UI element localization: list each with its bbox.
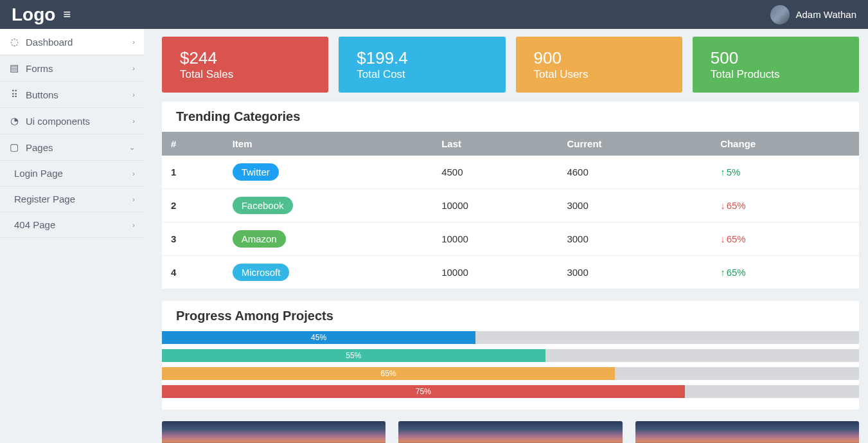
table-header: Change (713, 132, 859, 156)
menu-toggle-icon[interactable]: ≡ (63, 7, 71, 22)
row-change: ↑5% (713, 156, 859, 189)
chevron-icon: › (132, 221, 135, 229)
trending-panel: Trending Categories #ItemLastCurrentChan… (162, 102, 859, 289)
nav-icon: ▢ (9, 141, 19, 153)
row-last: 10000 (434, 222, 559, 256)
row-current: 4600 (559, 156, 713, 189)
progress-panel: Progress Among Projects 45%55%65%75% (162, 301, 859, 410)
stat-value: 900 (534, 48, 664, 68)
chevron-icon: › (132, 38, 135, 46)
chevron-icon: › (132, 195, 135, 203)
sidebar-subitem-register-page[interactable]: Register Page› (0, 186, 144, 212)
sidebar-item-label: 404 Page (14, 219, 55, 230)
row-current: 3000 (559, 256, 713, 289)
row-index: 1 (162, 156, 225, 189)
stat-cards: $244Total Sales$199.4Total Cost900Total … (162, 37, 859, 93)
item-pill[interactable]: Twitter (233, 163, 279, 181)
stat-label: Total Products (711, 68, 841, 81)
table-row: 1Twitter45004600↑5% (162, 156, 859, 189)
stat-label: Total Cost (357, 68, 487, 81)
sidebar-item-label: Pages (26, 142, 53, 153)
stat-card: 900Total Users (516, 37, 682, 93)
chevron-icon: › (132, 117, 135, 125)
stat-card: $244Total Sales (162, 37, 328, 93)
stat-label: Total Users (534, 68, 664, 81)
row-change: ↓65% (713, 189, 859, 222)
nav-icon: ▤ (9, 62, 19, 74)
arrow-up-icon: ↑ (720, 167, 725, 177)
row-current: 3000 (559, 222, 713, 256)
sidebar-item-label: Dashboard (26, 37, 73, 48)
nav-icon: ⠿ (9, 89, 19, 100)
logo[interactable]: Logo (12, 5, 55, 25)
table-header: # (162, 132, 225, 156)
sidebar-item-label: Ui components (26, 116, 90, 127)
row-item: Twitter (225, 156, 434, 189)
image-card[interactable] (635, 421, 859, 443)
row-change: ↓65% (713, 222, 859, 256)
row-index: 3 (162, 222, 225, 256)
sidebar-item-label: Register Page (14, 194, 75, 204)
stat-card: 500Total Products (693, 37, 859, 93)
row-item: Facebook (225, 189, 434, 222)
sidebar-item-label: Buttons (26, 89, 58, 100)
nav-icon: ◌ (9, 36, 19, 48)
row-change: ↑65% (713, 256, 859, 289)
row-item: Microsoft (225, 256, 434, 289)
table-header: Current (559, 132, 713, 156)
sidebar-item-forms[interactable]: ▤Forms› (0, 55, 144, 82)
chevron-icon: ⌄ (129, 143, 135, 152)
arrow-up-icon: ↑ (720, 267, 725, 278)
trending-title: Trending Categories (162, 102, 859, 132)
stat-value: $199.4 (357, 48, 487, 68)
progress-track: 65% (162, 367, 859, 380)
main-content: $244Total Sales$199.4Total Cost900Total … (144, 29, 868, 443)
row-current: 3000 (559, 189, 713, 222)
stat-value: 500 (711, 48, 841, 68)
nav-icon: ◔ (9, 115, 19, 127)
progress-title: Progress Among Projects (162, 301, 859, 331)
topbar-left: Logo ≡ (12, 5, 71, 25)
progress-bar: 65% (162, 367, 615, 380)
progress-bar: 45% (162, 331, 475, 344)
row-index: 2 (162, 189, 225, 222)
trending-table: #ItemLastCurrentChange 1Twitter45004600↑… (162, 132, 859, 289)
row-last: 10000 (434, 189, 559, 222)
arrow-down-icon: ↓ (720, 233, 725, 244)
arrow-down-icon: ↓ (720, 200, 725, 211)
user-name: Adam Wathan (796, 9, 857, 20)
user-menu[interactable]: Adam Wathan (770, 5, 857, 24)
progress-bar: 75% (162, 385, 685, 398)
item-pill[interactable]: Microsoft (233, 264, 290, 281)
row-last: 4500 (434, 156, 559, 189)
chevron-icon: › (132, 170, 135, 177)
progress-bar: 55% (162, 349, 545, 362)
sidebar-item-label: Forms (26, 63, 53, 74)
sidebar-item-label: Login Page (14, 168, 63, 179)
row-item: Amazon (225, 222, 434, 256)
sidebar-subitem-login-page[interactable]: Login Page› (0, 161, 144, 186)
image-card[interactable] (398, 421, 622, 443)
row-index: 4 (162, 256, 225, 289)
avatar (770, 5, 790, 24)
sidebar-item-buttons[interactable]: ⠿Buttons› (0, 82, 144, 108)
sidebar-item-pages[interactable]: ▢Pages⌄ (0, 134, 144, 161)
image-row (162, 421, 859, 443)
chevron-icon: › (132, 64, 135, 72)
stat-label: Total Sales (180, 68, 310, 81)
stat-card: $199.4Total Cost (339, 37, 505, 93)
progress-track: 55% (162, 349, 859, 362)
stat-value: $244 (180, 48, 310, 68)
progress-track: 45% (162, 331, 859, 344)
progress-track: 75% (162, 385, 859, 398)
table-header: Last (434, 132, 559, 156)
row-last: 10000 (434, 256, 559, 289)
sidebar-item-dashboard[interactable]: ◌Dashboard› (0, 29, 144, 55)
sidebar-subitem-404-page[interactable]: 404 Page› (0, 212, 144, 238)
topbar: Logo ≡ Adam Wathan (0, 0, 868, 29)
image-card[interactable] (162, 421, 385, 443)
sidebar-item-ui-components[interactable]: ◔Ui components› (0, 108, 144, 134)
table-row: 4Microsoft100003000↑65% (162, 256, 859, 289)
item-pill[interactable]: Facebook (233, 197, 293, 214)
item-pill[interactable]: Amazon (233, 230, 286, 248)
